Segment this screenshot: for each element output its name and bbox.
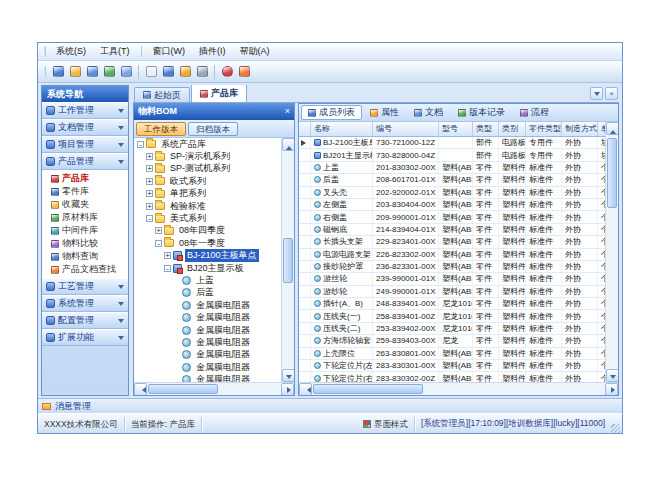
sidebar-item[interactable]: 收藏夹 (42, 198, 128, 211)
menu-item[interactable]: 系统(S) (49, 43, 93, 60)
detail-tab[interactable]: 版本记录 (451, 105, 512, 120)
column-header[interactable]: 制造方式 (562, 122, 598, 136)
expander-icon[interactable]: - (155, 240, 162, 247)
expander-icon[interactable]: + (146, 203, 153, 210)
table-row[interactable]: 上壳限位263-830801-00X塑料(ABS)零件塑料件标准件外协个 (299, 348, 605, 360)
menu-item[interactable]: 窗口(W) (146, 43, 193, 60)
table-row[interactable]: 游丝轮239-990001-01X塑料(ABS)零件塑料件标准件外协个 (299, 273, 605, 285)
scroll-thumb[interactable] (283, 238, 293, 283)
settings-icon[interactable] (194, 63, 210, 80)
menu-item[interactable]: 插件(I) (192, 43, 233, 60)
tree-node[interactable]: 金属膜电阻器 (134, 349, 281, 361)
table-row[interactable]: 电源电路支架226-823302-00X塑料(ABS)零件塑料件标准件外协个 (299, 249, 605, 261)
expander-icon[interactable]: + (146, 178, 153, 185)
tree-hscrollbar[interactable] (134, 382, 294, 395)
scroll-right-button[interactable] (281, 383, 294, 396)
column-header[interactable]: 单位 (598, 122, 605, 136)
detail-tab[interactable]: 成员列表 (301, 105, 362, 120)
tab-close-button[interactable]: × (605, 87, 618, 100)
sidebar-item[interactable]: 中间件库 (42, 224, 128, 237)
tree-node[interactable]: -08年一季度 (134, 237, 281, 249)
version-tab[interactable]: 工作版本 (136, 122, 186, 136)
expander-icon[interactable]: + (164, 252, 171, 259)
exit-icon[interactable] (236, 63, 252, 80)
column-header[interactable]: 名称 (311, 122, 373, 136)
home-icon[interactable] (50, 63, 66, 80)
table-row[interactable]: 方海绵轮轴套259-839403-00X尼龙零件塑料件标准件外协个 (299, 335, 605, 347)
table-row[interactable]: 压线夹(二)253-839402-00X尼龙1010零件塑料件标准件外协个 (299, 323, 605, 335)
tree-node[interactable]: +欧式系列 (134, 175, 281, 187)
sidebar-item[interactable]: 产品文档查找 (42, 263, 128, 276)
record-icon[interactable] (219, 63, 235, 80)
expander-icon[interactable]: + (146, 165, 153, 172)
tree-node[interactable]: -BJ20主显示板 (134, 262, 281, 274)
version-tab[interactable]: 归档版本 (188, 122, 238, 136)
table-row[interactable]: 插针(A、B)248-839401-00X尼龙1010零件塑料件标准件外协个 (299, 298, 605, 310)
tab-list-button[interactable] (590, 87, 603, 100)
scroll-down-button[interactable] (282, 369, 294, 382)
sidebar-item[interactable]: 原材料库 (42, 211, 128, 224)
table-row[interactable]: BJ201主显示板730-828000-04Z部件电路板专用件外协块 (299, 149, 605, 161)
column-header[interactable]: 零件类型 (526, 122, 562, 136)
table-row[interactable]: 左侧盖203-830404-00X塑料(ABS)零件塑料件标准件外协个 (299, 199, 605, 211)
sidebar-item[interactable]: 物料查询 (42, 250, 128, 263)
tree-node[interactable]: 金属膜电阻器 (134, 336, 281, 348)
column-header[interactable]: 类型 (473, 122, 499, 136)
tree-node[interactable]: +08年四季度 (134, 225, 281, 237)
table-row[interactable]: 游纱轮249-990001-01X塑料(ABS)零件塑料件标准件外协个 (299, 286, 605, 298)
tree-node[interactable]: 金属膜电阻器 (134, 299, 281, 311)
scroll-left-button[interactable] (299, 383, 312, 396)
tree-node[interactable]: 金属膜电阻器 (134, 311, 281, 323)
grid-vscrollbar[interactable] (605, 122, 618, 382)
scroll-thumb[interactable] (313, 384, 423, 394)
column-header[interactable]: 编号 (373, 122, 439, 136)
tree-node[interactable]: 后盖 (134, 287, 281, 299)
table-row[interactable]: 叉头壳202-920002-01X塑料(ABS)零件塑料件标准件外协个 (299, 187, 605, 199)
table-row[interactable]: 压线夹(一)258-839401-00Z尼龙1010零件塑料件标准件外协个 (299, 310, 605, 322)
sidebar-group[interactable]: 项目管理 (42, 136, 128, 153)
tree-node[interactable]: +单把系列 (134, 188, 281, 200)
detail-tab[interactable]: 文档 (407, 105, 450, 120)
table-row[interactable]: 下轮定位片(右)283-830302-00Z塑料(ABS)零件塑料件标准件外协个 (299, 372, 605, 382)
sidebar-group[interactable]: 产品管理 (42, 153, 128, 170)
tree-node[interactable]: 金属膜电阻器 (134, 324, 281, 336)
scroll-left-button[interactable] (134, 383, 147, 396)
sidebar-item[interactable]: 零件库 (42, 185, 128, 198)
search-icon[interactable] (118, 63, 134, 80)
scroll-down-button[interactable] (606, 369, 618, 382)
table-row[interactable]: 下轮定位片(左)283-830301-00X塑料(ABS)零件塑料件标准件外协个 (299, 360, 605, 372)
sidebar-item[interactable]: 物料比较 (42, 237, 128, 250)
column-header[interactable]: 类别 (499, 122, 526, 136)
table-row[interactable]: 长插头支架229-823401-00X塑料(ABS)零件塑料件标准件外协个 (299, 236, 605, 248)
expander-icon[interactable]: + (146, 153, 153, 160)
expander-icon[interactable]: + (155, 227, 162, 234)
tree-node[interactable]: 金属膜电阻器 (134, 361, 281, 373)
scroll-thumb[interactable] (148, 384, 218, 394)
table-row[interactable]: 上盖201-830302-00X塑料(ABS)零件塑料件标准件外协个 (299, 162, 605, 174)
table-row[interactable]: 磁钢底214-839404-01X塑料(ABS)零件塑料件标准件外协个 (299, 224, 605, 236)
tree-node[interactable]: +SP-演示机系列 (134, 150, 281, 162)
detail-tab[interactable]: 流程 (513, 105, 556, 120)
sidebar-group[interactable]: 工艺管理 (42, 278, 128, 295)
table-row[interactable]: 接纱轮护罩236-823301-00X塑料(ABS)零件塑料件标准件外协个 (299, 261, 605, 273)
tree-vscrollbar[interactable] (281, 138, 294, 382)
menu-item[interactable]: 帮助(A) (233, 43, 277, 60)
tree-node[interactable]: +SP-测试机系列 (134, 163, 281, 175)
scroll-up-button[interactable] (606, 122, 618, 135)
sidebar-group[interactable]: 配置管理 (42, 312, 128, 329)
detail-tab[interactable]: 属性 (363, 105, 406, 120)
sidebar-group[interactable]: 文档管理 (42, 119, 128, 136)
document-tab[interactable]: 起始页 (134, 87, 190, 102)
expander-icon[interactable]: - (137, 141, 144, 148)
column-header[interactable]: 型号 (439, 122, 473, 136)
tree-node[interactable]: 上盖 (134, 274, 281, 286)
panel-close-icon[interactable]: × (285, 104, 290, 120)
grid-hscrollbar[interactable] (299, 382, 618, 395)
save-icon[interactable] (84, 63, 100, 80)
expander-icon[interactable]: - (164, 265, 171, 272)
open-folder-icon[interactable] (67, 63, 83, 80)
tree-node[interactable]: -系统产品库 (134, 138, 281, 150)
table-row[interactable]: BJ-2100主板单点730-721000-12Z部件电路板专用件外协块 (299, 137, 605, 149)
column-header[interactable] (299, 122, 311, 136)
sidebar-group[interactable]: 工作管理 (42, 102, 128, 119)
